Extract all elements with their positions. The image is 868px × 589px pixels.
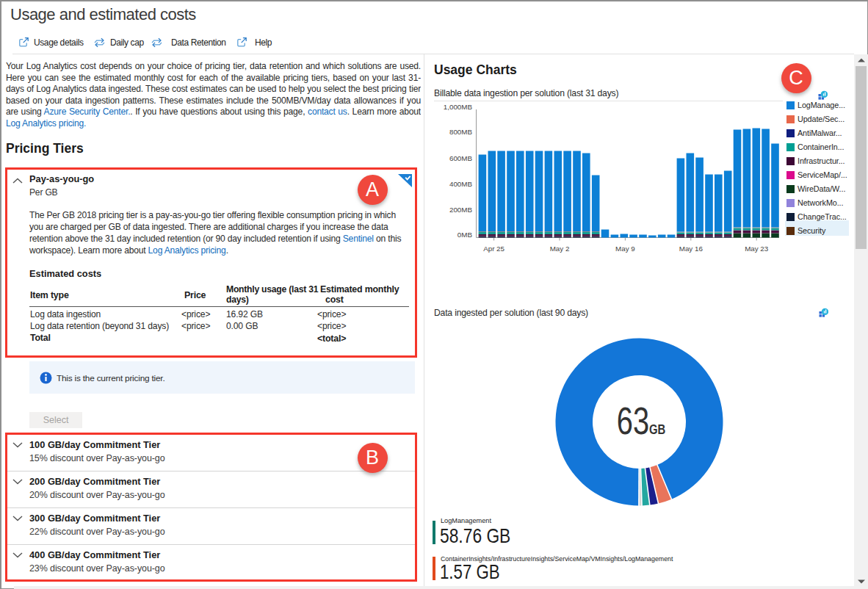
svg-text:1,000MB: 1,000MB <box>444 103 473 111</box>
svg-text:200MB: 200MB <box>449 206 473 214</box>
svg-text:May 9: May 9 <box>615 245 635 253</box>
svg-text:800MB: 800MB <box>449 128 473 136</box>
svg-text:Apr 25: Apr 25 <box>483 245 504 253</box>
svg-text:May 2: May 2 <box>550 245 570 253</box>
svg-text:400MB: 400MB <box>449 180 473 188</box>
svg-text:0MB: 0MB <box>457 231 473 239</box>
svg-text:May 16: May 16 <box>679 245 704 253</box>
svg-text:May 23: May 23 <box>745 245 769 253</box>
svg-text:600MB: 600MB <box>449 154 473 162</box>
